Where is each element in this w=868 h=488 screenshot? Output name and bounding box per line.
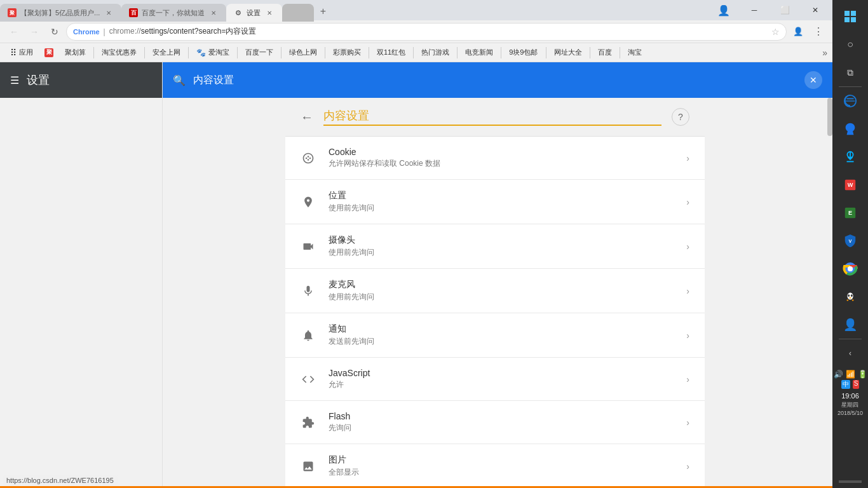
bookmarks-more-button[interactable]: »	[822, 48, 827, 58]
svg-point-19	[851, 294, 853, 297]
tab-jvsuansuan[interactable]: 聚 【聚划算】5亿品质用户... ✕	[0, 4, 121, 22]
notifications-text: 通知 发送前先询问	[329, 323, 674, 347]
flash-arrow-icon: ›	[686, 417, 689, 428]
bookmark-lottery[interactable]: 彩票购买	[328, 46, 366, 59]
notifications-icon	[301, 328, 316, 343]
cookie-subtitle: 允许网站保存和读取 Cookie 数据	[329, 158, 674, 169]
chrome-taskbar-icon[interactable]	[836, 255, 864, 283]
cortana-search-button[interactable]: ○	[836, 30, 864, 58]
settings-item-notifications[interactable]: 通知 发送前先询问 ›	[285, 313, 705, 358]
help-button[interactable]: ?	[672, 108, 689, 126]
user-profile-icon[interactable]: 👤	[836, 311, 864, 339]
flash-title: Flash	[329, 411, 674, 421]
svg-rect-22	[852, 300, 854, 301]
address-separator: |	[104, 27, 105, 36]
wifi-icon[interactable]: 📶	[846, 370, 855, 379]
taskbar-collapse-button[interactable]: ‹	[836, 339, 864, 367]
bookmark-jvsuansuan-text[interactable]: 聚划算	[60, 46, 91, 59]
user-icon-btn[interactable]: 👤	[709, 0, 738, 20]
cookie-title: Cookie	[329, 147, 674, 157]
bookmark-baidu2[interactable]: 百度	[593, 46, 617, 59]
forward-button[interactable]: →	[25, 23, 43, 41]
tab-close-2[interactable]: ✕	[208, 8, 219, 18]
settings-item-flash[interactable]: Flash 先询问 ›	[285, 401, 705, 444]
bookmark-separator-10	[501, 47, 501, 58]
bookmark-jvsuansuan-label: 聚划算	[65, 48, 86, 57]
settings-item-location[interactable]: 位置 使用前先询问 ›	[285, 180, 705, 224]
bookmark-double11[interactable]: 双11红包	[372, 46, 410, 59]
svg-point-3	[308, 159, 309, 161]
bookmark-green[interactable]: 绿色上网	[284, 46, 322, 59]
maximize-button[interactable]: ⬜	[770, 0, 799, 20]
bookmark-9kuai[interactable]: 9块9包邮	[504, 46, 543, 59]
cookie-arrow-icon: ›	[686, 153, 689, 163]
show-desktop-button[interactable]	[839, 480, 862, 483]
bookmark-taobao[interactable]: 淘宝优惠券	[97, 46, 142, 59]
bookmark-lottery-label: 彩票购买	[333, 48, 361, 57]
bookmark-games[interactable]: 热门游戏	[416, 46, 454, 59]
settings-item-cookie[interactable]: Cookie 允许网站保存和读取 Cookie 数据 ›	[285, 137, 705, 180]
task-view-button[interactable]: ⧉	[836, 58, 864, 86]
close-button[interactable]: ✕	[801, 0, 830, 20]
bookmark-baidu[interactable]: 百度一下	[240, 46, 278, 59]
back-navigation-button[interactable]: ←	[301, 110, 313, 125]
settings-search-input[interactable]	[193, 74, 797, 86]
volume-icon[interactable]: 🔊	[834, 370, 843, 379]
javascript-arrow-icon: ›	[686, 374, 689, 384]
tab-settings[interactable]: ⚙ 设置 ✕	[226, 4, 282, 22]
baidu-paw-icon: 🐾	[196, 48, 206, 57]
bookmark-taobao-label: 淘宝优惠券	[102, 48, 137, 57]
evernote-icon[interactable]: E	[836, 199, 864, 227]
bookmark-double11-label: 双11红包	[377, 48, 405, 57]
bookmark-separator-1	[93, 47, 94, 58]
bookmark-jvsuansuan[interactable]: 聚	[39, 46, 58, 59]
images-subtitle: 全部显示	[329, 467, 674, 478]
settings-scroll-content[interactable]: ← 内容设置 ?	[163, 98, 827, 488]
bookmark-taobao2[interactable]: 淘宝	[623, 46, 647, 59]
system-clock[interactable]: 19:06 星期四 2018/5/10	[837, 391, 863, 417]
reload-button[interactable]: ↻	[46, 23, 64, 41]
nav-account-icon[interactable]: 👤	[789, 23, 807, 41]
svg-point-15	[848, 266, 853, 271]
settings-item-camera[interactable]: 摄像头 使用前先询问 ›	[285, 224, 705, 269]
back-button[interactable]: ←	[5, 23, 23, 41]
sougou-icon[interactable]: S	[853, 380, 860, 389]
win-cell-1	[844, 11, 850, 16]
security-icon[interactable]: V	[836, 227, 864, 255]
svg-point-20	[849, 297, 851, 299]
bookmark-esports[interactable]: 电竞新闻	[460, 46, 498, 59]
ime-chinese-icon[interactable]: 中	[841, 380, 850, 389]
new-tab-button[interactable]: +	[314, 3, 332, 20]
tab-baidu[interactable]: 百 百度一下，你就知道 ✕	[121, 4, 226, 22]
scroll-thumb[interactable]	[827, 98, 832, 136]
tab-close-3[interactable]: ✕	[264, 8, 275, 18]
apps-icon: ⠿	[10, 48, 17, 58]
hamburger-icon[interactable]: ☰	[10, 74, 19, 86]
battery-icon[interactable]: 🔋	[858, 370, 867, 379]
settings-item-images[interactable]: 图片 全部显示 ›	[285, 444, 705, 488]
help-icon: ?	[678, 112, 683, 122]
cookie-icon	[301, 151, 316, 166]
qq-icon[interactable]	[836, 283, 864, 311]
menu-button[interactable]: ⋮	[810, 23, 827, 41]
sidebar-header: ☰ 设置	[0, 62, 162, 98]
bookmark-aitaobao[interactable]: 🐾 爱淘宝	[191, 46, 234, 59]
wps-icon[interactable]: W	[836, 171, 864, 199]
bookmark-separator-5	[281, 47, 281, 58]
windows-logo-button[interactable]	[836, 3, 864, 30]
bookmark-apps[interactable]: ⠿ 应用	[5, 46, 38, 60]
search-clear-button[interactable]: ✕	[804, 71, 822, 89]
address-bar[interactable]: Chrome | chrome://settings/content?searc…	[66, 23, 787, 41]
bookmark-star-icon[interactable]: ☆	[771, 27, 780, 37]
bookmark-wangzhi[interactable]: 网址大全	[549, 46, 587, 59]
minimize-button[interactable]: ─	[740, 0, 769, 20]
ie-icon[interactable]	[836, 87, 864, 115]
tab-close-1[interactable]: ✕	[104, 8, 114, 18]
settings-item-microphone[interactable]: 麦克风 使用前先询问 ›	[285, 269, 705, 313]
bookmark-security[interactable]: 安全上网	[147, 46, 186, 59]
settings-item-javascript[interactable]: JavaScript 允许 ›	[285, 358, 705, 401]
bookmark-separator-6	[325, 47, 325, 58]
qq-downloader-icon[interactable]	[836, 143, 864, 171]
edge-icon[interactable]	[836, 115, 864, 143]
system-tray: 🔊 📶 🔋 中 S	[834, 370, 867, 389]
